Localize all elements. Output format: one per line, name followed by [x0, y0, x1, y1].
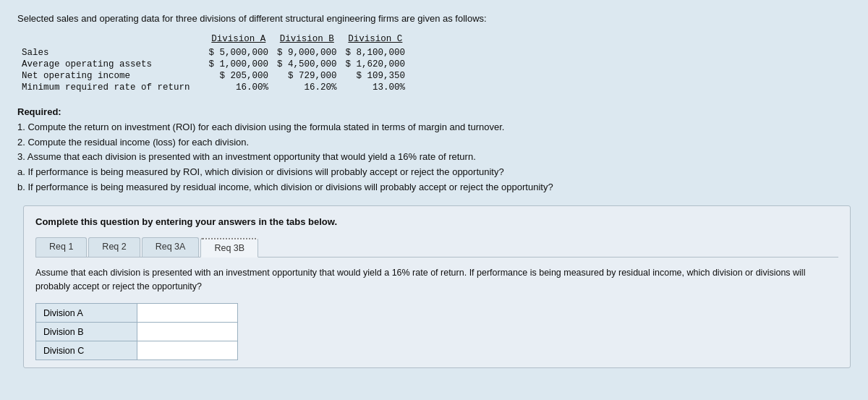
answer-input-c[interactable] — [137, 341, 238, 360]
rate-div-c: 13.00% — [341, 82, 410, 93]
row-label-assets: Average operating assets — [17, 59, 205, 70]
answer-input-b[interactable] — [137, 323, 238, 341]
income-div-b: $ 729,000 — [273, 70, 341, 82]
table-row: Minimum required rate of return 16.00% 1… — [17, 82, 409, 93]
intro-text: Selected sales and operating data for th… — [17, 13, 851, 24]
sales-div-b: $ 9,000,000 — [273, 47, 341, 59]
answer-row-b: Division B — [36, 323, 238, 341]
assets-div-a: $ 1,000,000 — [205, 59, 273, 70]
table-row: Net operating income $ 205,000 $ 729,000… — [17, 70, 409, 82]
required-title: Required: — [17, 106, 61, 117]
question-card: Complete this question by entering your … — [23, 205, 851, 369]
data-table: Division A Division B Division C Sales $… — [17, 34, 851, 93]
req-item-3: 3. Assume that each division is presente… — [17, 151, 476, 162]
income-div-c: $ 109,350 — [341, 70, 410, 82]
tab-req2[interactable]: Req 2 — [88, 237, 140, 257]
tab-req3a[interactable]: Req 3A — [142, 237, 200, 257]
complete-text: Complete this question by entering your … — [35, 216, 838, 227]
answer-label-b: Division B — [36, 323, 137, 341]
req-item-2: 2. Compute the residual income (loss) fo… — [17, 137, 249, 148]
rate-div-b: 16.20% — [273, 82, 341, 93]
assets-div-b: $ 4,500,000 — [273, 59, 341, 70]
row-label-income: Net operating income — [17, 70, 205, 82]
answer-field-a[interactable] — [145, 308, 231, 318]
tab-description: Assume that each division is presented w… — [35, 266, 838, 294]
col-header-c: Division C — [341, 34, 410, 47]
col-header-a: Division A — [205, 34, 273, 47]
answer-field-b[interactable] — [145, 327, 231, 337]
tabs-row: Req 1 Req 2 Req 3A Req 3B — [35, 237, 838, 258]
table-row: Average operating assets $ 1,000,000 $ 4… — [17, 59, 409, 70]
answer-table: Division A Division B Division C — [35, 303, 238, 360]
sales-div-a: $ 5,000,000 — [205, 47, 273, 59]
answer-field-c[interactable] — [145, 346, 231, 356]
answer-label-c: Division C — [36, 341, 137, 360]
req-item-3b: b. If performance is being measured by r… — [17, 182, 553, 192]
answer-label-a: Division A — [36, 304, 137, 323]
required-section: Required: 1. Compute the return on inves… — [17, 105, 851, 195]
req-item-1: 1. Compute the return on investment (ROI… — [17, 122, 504, 132]
answer-input-a[interactable] — [137, 304, 238, 323]
sales-div-c: $ 8,100,000 — [341, 47, 410, 59]
tab-req3b[interactable]: Req 3B — [200, 238, 258, 258]
answer-row-c: Division C — [36, 341, 238, 360]
req-item-3a: a. If performance is being measured by R… — [17, 166, 504, 177]
answer-row-a: Division A — [36, 304, 238, 323]
tab-req1[interactable]: Req 1 — [35, 237, 87, 257]
row-label-rate: Minimum required rate of return — [17, 82, 205, 93]
table-row: Sales $ 5,000,000 $ 9,000,000 $ 8,100,00… — [17, 47, 409, 59]
row-label-sales: Sales — [17, 47, 205, 59]
main-container: Selected sales and operating data for th… — [0, 0, 868, 400]
assets-div-c: $ 1,620,000 — [341, 59, 410, 70]
col-header-b: Division B — [273, 34, 341, 47]
rate-div-a: 16.00% — [205, 82, 273, 93]
income-div-a: $ 205,000 — [205, 70, 273, 82]
